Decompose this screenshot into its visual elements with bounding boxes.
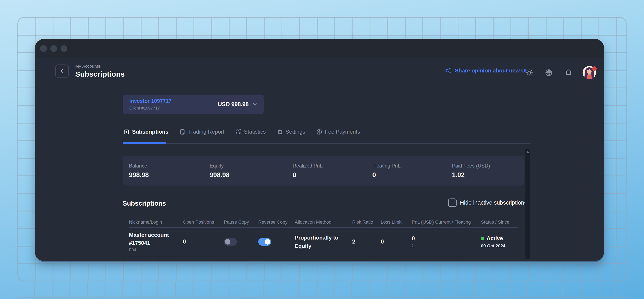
theme-toggle-button[interactable]	[525, 69, 533, 77]
stat-equity: Equity 998.98	[210, 163, 230, 179]
dollar-circle-icon	[316, 129, 322, 135]
pnl-cell: 0 0	[412, 235, 481, 249]
pause-copy-cell	[224, 238, 258, 246]
col-allocation-method: Allocation Method	[295, 215, 352, 225]
table-row: Master account #175041 F04 0 Proportiona…	[129, 228, 518, 256]
tab-label: Settings	[286, 129, 305, 135]
account-selector-dropdown[interactable]: Investor 1097717 Client #1097717 USD 998…	[123, 95, 264, 114]
stat-label: Equity	[210, 163, 230, 169]
group-tag: F04	[129, 247, 183, 253]
allocation-method-value: Proportionally to Equity	[295, 234, 352, 250]
table-header-row: Nickname/Login Open Positions Pause Copy…	[129, 215, 518, 228]
stat-value: 0	[372, 171, 400, 179]
pause-copy-toggle[interactable]	[224, 238, 237, 246]
page-title: Subscriptions	[75, 70, 125, 78]
language-button[interactable]	[545, 69, 553, 77]
hide-inactive-checkbox[interactable]	[448, 199, 456, 207]
since-date: 09 Oct 2024	[481, 243, 518, 248]
share-opinion-label: Share opinion about new UI	[455, 67, 526, 74]
account-balance: USD 998.98	[218, 101, 249, 108]
board-plus-icon	[123, 129, 130, 135]
toggle-knob	[225, 239, 230, 245]
tab-fee-payments[interactable]: Fee Payments	[316, 129, 360, 135]
desktop-background: { "header": { "breadcrumb": "My Accounts…	[0, 0, 644, 299]
stat-label: Balance	[129, 163, 149, 169]
window-titlebar	[35, 39, 604, 58]
status-cell: Active 09 Oct 2024	[481, 235, 518, 248]
col-risk-ratio: Risk Ratio	[352, 215, 381, 225]
stat-value: 998.98	[210, 171, 230, 179]
nickname-cell[interactable]: Master account #175041 F04	[129, 231, 183, 253]
window-control-close[interactable]	[40, 45, 47, 52]
account-info: Investor 1097717 Client #1097717	[129, 98, 172, 111]
tab-label: Subscriptions	[132, 129, 168, 135]
nickname: Master account	[129, 231, 183, 239]
tab-settings[interactable]: Settings	[277, 129, 305, 135]
loss-limit-value: 0	[381, 239, 412, 245]
document-plus-icon	[179, 129, 186, 135]
pnl-current: 0	[412, 235, 481, 242]
col-loss-limit: Loss Limit	[381, 215, 412, 225]
chevron-left-icon	[58, 68, 66, 75]
col-nickname-login: Nickname/Login	[129, 215, 183, 225]
col-pnl: PnL (USD) Current / Floating	[412, 215, 481, 225]
window-control-minimize[interactable]	[50, 45, 57, 52]
tab-statistics[interactable]: Statistics	[235, 129, 266, 135]
tab-label: Trading Report	[188, 129, 224, 135]
pnl-floating: 0	[412, 242, 481, 249]
app-window: My Accounts Subscriptions Share opinion …	[35, 39, 604, 261]
tab-divider	[123, 143, 530, 144]
status-text: Active	[486, 235, 503, 242]
chevron-down-icon	[252, 101, 259, 108]
bell-icon	[564, 69, 572, 77]
notifications-button[interactable]	[564, 69, 572, 77]
account-name: Investor 1097717	[129, 98, 172, 104]
avatar-notification-dot	[592, 66, 596, 71]
reverse-copy-cell	[258, 238, 295, 246]
col-reverse-copy: Reverse Copy	[258, 215, 295, 225]
globe-icon	[545, 69, 553, 77]
stat-label: Floating PnL	[372, 163, 400, 169]
tab-trading-report[interactable]: Trading Report	[179, 129, 224, 135]
share-opinion-link[interactable]: Share opinion about new UI	[445, 67, 526, 74]
stat-value: 1.02	[452, 171, 490, 179]
active-tab-underline	[123, 142, 166, 144]
subscriptions-heading: Subscriptions	[123, 200, 166, 207]
tab-label: Fee Payments	[325, 129, 360, 135]
reverse-copy-toggle[interactable]	[258, 238, 271, 246]
back-button[interactable]	[55, 64, 69, 78]
breadcrumb: My Accounts	[75, 64, 125, 69]
toggle-knob	[265, 239, 270, 245]
stat-value: 998.98	[129, 171, 149, 179]
stat-value: 0	[293, 171, 323, 179]
stat-balance: Balance 998.98	[129, 163, 149, 179]
col-open-positions: Open Positions	[183, 215, 224, 225]
window-control-maximize[interactable]	[60, 45, 67, 52]
stat-realized-pnl: Realized PnL 0	[293, 163, 323, 179]
hide-inactive-label: Hide inactive subscriptions	[460, 200, 527, 206]
tab-bar: Subscriptions Trading Report Statistics …	[123, 129, 360, 135]
account-stats-card: Balance 998.98 Equity 998.98 Realized Pn…	[123, 156, 524, 186]
subscriptions-table: Nickname/Login Open Positions Pause Copy…	[123, 215, 524, 256]
gear-icon	[277, 129, 283, 135]
open-positions-value: 0	[183, 239, 224, 245]
stat-label: Realized PnL	[293, 163, 323, 169]
account-balance-block: USD 998.98	[218, 101, 259, 108]
megaphone-icon	[445, 67, 452, 74]
col-status-since: Status / Since	[481, 215, 518, 225]
risk-ratio-value: 2	[352, 239, 381, 245]
scroll-up-arrow-icon[interactable]	[526, 151, 529, 153]
col-pause-copy: Pause Copy	[224, 215, 258, 225]
bar-chart-icon	[235, 129, 242, 135]
vertical-scrollbar[interactable]	[525, 149, 530, 259]
stat-paid-fees: Paid Fees (USD) 1.02	[452, 163, 490, 179]
hide-inactive-control[interactable]: Hide inactive subscriptions	[448, 199, 527, 207]
tab-label: Statistics	[244, 129, 266, 135]
blueprint-grid-extension	[18, 282, 626, 298]
page-heading-block: My Accounts Subscriptions	[75, 64, 125, 78]
tab-subscriptions[interactable]: Subscriptions	[123, 129, 168, 135]
status-active-dot	[481, 237, 484, 240]
login: #175041	[129, 239, 183, 247]
account-client-id: Client #1097717	[129, 106, 172, 111]
stat-label: Paid Fees (USD)	[452, 163, 490, 169]
